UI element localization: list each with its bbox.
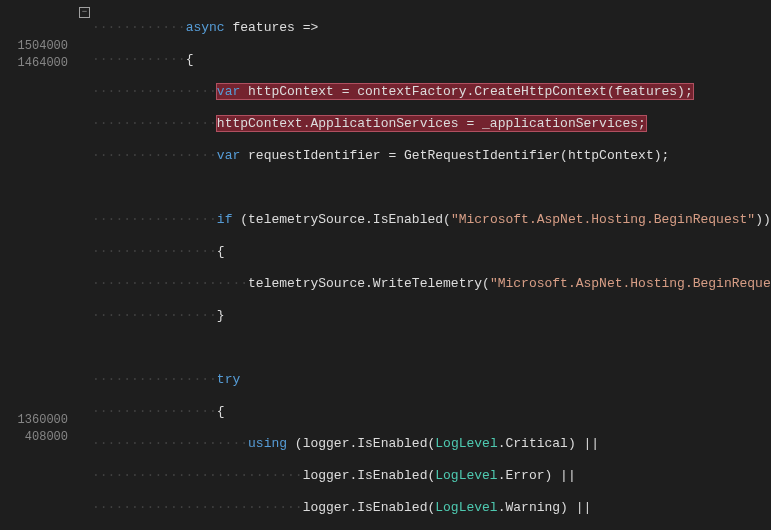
gutter-value <box>0 174 78 191</box>
gutter-value: 1464000 <box>0 55 78 72</box>
code-line[interactable] <box>92 179 771 196</box>
code-line[interactable]: ················try <box>92 371 771 388</box>
gutter-value: 1360000 <box>0 412 78 429</box>
gutter-value <box>0 480 78 497</box>
gutter-value <box>0 208 78 225</box>
gutter-value <box>0 242 78 259</box>
code-line[interactable]: ················{ <box>92 403 771 420</box>
gutter-value <box>0 395 78 412</box>
gutter-value <box>0 497 78 514</box>
fold-toggle-icon[interactable]: − <box>79 7 90 18</box>
gutter-value: 1504000 <box>0 38 78 55</box>
code-area[interactable]: ············async features => ··········… <box>92 0 771 530</box>
gutter-value <box>0 4 78 21</box>
code-line[interactable]: ············{ <box>92 51 771 68</box>
gutter-value <box>0 89 78 106</box>
gutter-value <box>0 259 78 276</box>
gutter-value <box>0 276 78 293</box>
gutter-value <box>0 21 78 38</box>
gutter-value <box>0 293 78 310</box>
gutter-value <box>0 106 78 123</box>
gutter-value <box>0 446 78 463</box>
code-line[interactable] <box>92 339 771 356</box>
highlighted-code: httpContext.ApplicationServices = _appli… <box>217 116 646 131</box>
profiler-gutter: 1504000 1464000 1360000 408000 <box>0 0 78 530</box>
gutter-value <box>0 310 78 327</box>
code-line[interactable]: ················var httpContext = contex… <box>92 83 771 100</box>
gutter-value <box>0 344 78 361</box>
gutter-value <box>0 191 78 208</box>
gutter-value <box>0 225 78 242</box>
code-line[interactable]: ····················telemetrySource.Writ… <box>92 275 771 292</box>
gutter-value: 408000 <box>0 429 78 446</box>
code-line[interactable]: ···························logger.IsEnab… <box>92 499 771 516</box>
gutter-value <box>0 72 78 89</box>
gutter-value <box>0 123 78 140</box>
gutter-value <box>0 463 78 480</box>
code-line[interactable]: ···························logger.IsEnab… <box>92 467 771 484</box>
highlighted-code: var httpContext = contextFactory.CreateH… <box>217 84 693 99</box>
gutter-value <box>0 378 78 395</box>
gutter-value <box>0 327 78 344</box>
code-editor[interactable]: 1504000 1464000 1360000 408000 − ·······… <box>0 0 771 530</box>
gutter-value <box>0 514 78 530</box>
code-line[interactable]: ················var requestIdentifier = … <box>92 147 771 164</box>
code-line[interactable]: ············async features => <box>92 19 771 36</box>
gutter-value <box>0 140 78 157</box>
code-line[interactable]: ················httpContext.ApplicationS… <box>92 115 771 132</box>
code-line[interactable]: ····················using (logger.IsEnab… <box>92 435 771 452</box>
code-line[interactable]: ················if (telemetrySource.IsEn… <box>92 211 771 228</box>
gutter-value <box>0 361 78 378</box>
code-line[interactable]: ················} <box>92 307 771 324</box>
gutter-value <box>0 157 78 174</box>
code-line[interactable]: ················{ <box>92 243 771 260</box>
fold-gutter: − <box>78 0 92 530</box>
